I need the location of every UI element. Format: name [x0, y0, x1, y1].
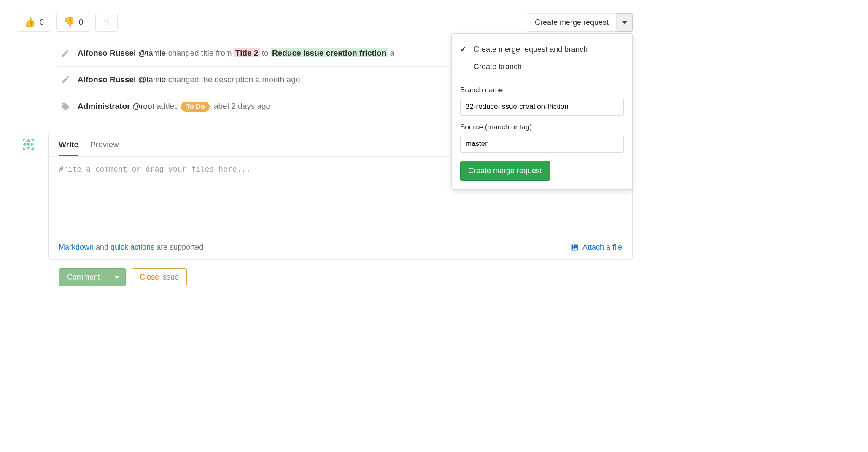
comment-split-button: Comment	[59, 268, 126, 286]
add-reaction-button[interactable]: ☺	[95, 13, 117, 32]
create-merge-request-dropdown-toggle[interactable]	[617, 13, 633, 32]
comment-footer: Markdown and quick actions are supported…	[59, 235, 622, 259]
pencil-icon	[61, 75, 70, 84]
dropdown-submit-button[interactable]: Create merge request	[460, 161, 550, 181]
svg-marker-0	[26, 139, 30, 142]
activity-author-name: Alfonso Russel	[78, 48, 136, 57]
thumbs-up-icon: 👍	[24, 17, 35, 28]
source-label: Source (branch or tag)	[452, 121, 632, 135]
chevron-down-icon	[114, 276, 119, 279]
title-old: Title 2	[234, 48, 260, 57]
dropdown-option-label: Create branch	[474, 62, 522, 71]
dropdown-option-label: Create merge request and branch	[474, 45, 588, 54]
branch-name-label: Branch name	[452, 84, 632, 98]
activity-text: Alfonso Russel @tamie changed title from…	[78, 48, 394, 58]
source-input[interactable]	[460, 135, 624, 153]
attach-file-label: Attach a file	[582, 243, 622, 252]
chevron-down-icon	[622, 21, 627, 24]
activity-author-name: Alfonso Russel	[78, 75, 136, 84]
thumbs-down-icon: 👎	[63, 17, 75, 28]
svg-marker-2	[23, 142, 26, 146]
svg-marker-6	[31, 139, 34, 142]
dropdown-option-branch-only[interactable]: Create branch	[452, 58, 632, 75]
thumbs-up-button[interactable]: 👍 0	[17, 13, 51, 32]
svg-rect-4	[27, 143, 30, 146]
activity-author-handle: @tamie	[138, 75, 166, 84]
thumbs-down-count: 0	[79, 18, 83, 27]
smiley-icon: ☺	[102, 17, 111, 27]
check-icon: ✓	[460, 45, 468, 54]
create-merge-request-dropdown-panel: ✓ Create merge request and branch Create…	[451, 33, 633, 190]
thumbs-down-button[interactable]: 👎 0	[56, 13, 90, 32]
comment-dropdown-toggle[interactable]	[108, 268, 126, 286]
branch-name-input[interactable]	[460, 98, 624, 116]
svg-marker-1	[26, 147, 30, 150]
tab-write[interactable]: Write	[59, 140, 78, 156]
dropdown-divider	[460, 80, 624, 80]
svg-marker-7	[23, 147, 26, 150]
attach-file-link[interactable]: Attach a file	[571, 243, 622, 252]
image-icon	[571, 243, 579, 252]
label-pill[interactable]: To Do	[181, 102, 210, 112]
activity-text: Administrator @root added To Do label 2 …	[78, 102, 270, 112]
user-avatar[interactable]	[17, 133, 40, 156]
create-merge-request-button[interactable]: Create merge request	[527, 13, 617, 32]
svg-marker-3	[31, 142, 34, 146]
comment-actions: Comment Close issue	[59, 268, 633, 286]
pencil-icon	[61, 48, 70, 58]
markdown-support-text: Markdown and quick actions are supported	[59, 243, 203, 252]
reactions-bar: 👍 0 👎 0 ☺ Create merge request ✓ Create …	[17, 13, 633, 32]
top-separator	[17, 7, 633, 7]
activity-author-handle: @root	[132, 102, 154, 110]
svg-marker-5	[23, 139, 26, 142]
activity-author-handle: @tamie	[138, 48, 166, 57]
create-merge-request-split-button: Create merge request	[527, 13, 633, 32]
dropdown-option-mr-and-branch[interactable]: ✓ Create merge request and branch	[452, 40, 632, 58]
markdown-link[interactable]: Markdown	[59, 243, 94, 251]
quick-actions-link[interactable]: quick actions	[111, 243, 154, 251]
comment-button[interactable]: Comment	[59, 268, 108, 286]
close-issue-button[interactable]: Close issue	[132, 268, 187, 286]
thumbs-up-count: 0	[40, 18, 44, 27]
svg-marker-8	[31, 147, 34, 150]
activity-author-name: Administrator	[78, 102, 130, 110]
activity-text: Alfonso Russel @tamie changed the descri…	[78, 75, 300, 84]
tag-icon	[61, 102, 70, 111]
tab-preview[interactable]: Preview	[90, 140, 119, 156]
title-new: Reduce issue creation friction	[271, 48, 388, 57]
